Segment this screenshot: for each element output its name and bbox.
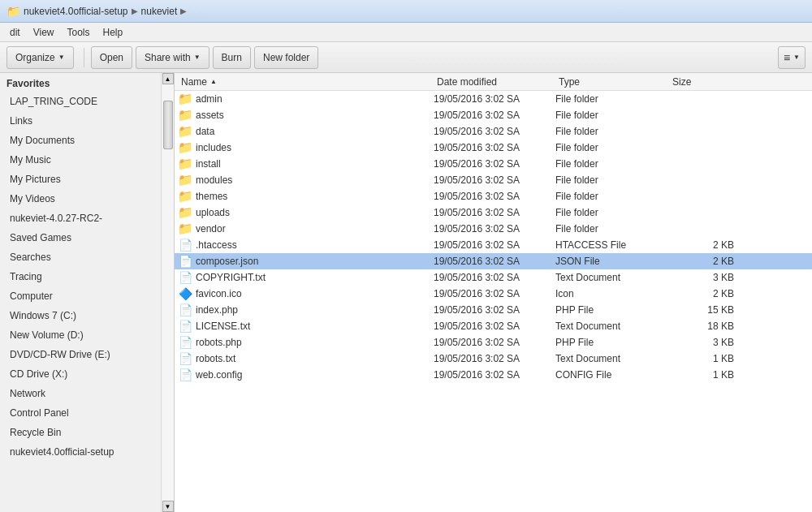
file-name: web.config [196, 369, 434, 381]
sidebar-item-nukeviet-setup[interactable]: nukeviet4.0official-setup [0, 442, 162, 462]
sidebar-scrollbar[interactable]: ▲ ▼ [161, 73, 174, 512]
sidebar-item-windows7[interactable]: Windows 7 (C:) [0, 306, 162, 325]
breadcrumb-part1[interactable]: nukeviet4.0official-setup [24, 6, 128, 17]
file-date: 19/05/2016 3:02 SA [434, 223, 555, 234]
sidebar-content: Favorites LAP_TRING_CODE Links My Docume… [0, 73, 162, 462]
file-date: 19/05/2016 3:02 SA [434, 110, 555, 121]
table-row[interactable]: 📁 uploads 19/05/2016 3:02 SA File folder [175, 204, 812, 221]
sidebar-item-saved-games[interactable]: Saved Games [0, 228, 162, 247]
file-type: File folder [555, 223, 669, 234]
file-date: 19/05/2016 3:02 SA [434, 93, 555, 105]
table-row[interactable]: 📄 web.config 19/05/2016 3:02 SA CONFIG F… [175, 367, 812, 383]
view-icon: ≡ [784, 51, 790, 64]
table-row[interactable]: 📄 LICENSE.txt 19/05/2016 3:02 SA Text Do… [175, 318, 812, 334]
file-icon-cell: 📄 [178, 368, 192, 382]
file-icon-cell: 📁 [178, 124, 192, 139]
folder-icon: 📁 [178, 173, 193, 187]
file-type: File folder [555, 191, 669, 202]
file-name: robots.txt [196, 353, 434, 364]
organize-label: Organize [15, 52, 55, 63]
breadcrumb-part2[interactable]: nukeviet [141, 6, 178, 17]
file-size: 2 KB [669, 239, 734, 251]
sidebar-item-lap-tring-code[interactable]: LAP_TRING_CODE [0, 92, 162, 111]
table-row[interactable]: 📄 robots.php 19/05/2016 3:02 SA PHP File… [175, 334, 812, 351]
table-row[interactable]: 📄 .htaccess 19/05/2016 3:02 SA HTACCESS … [175, 237, 812, 253]
file-icon: 📄 [179, 271, 192, 284]
file-date: 19/05/2016 3:02 SA [434, 158, 555, 170]
table-row[interactable]: 📄 COPYRIGHT.txt 19/05/2016 3:02 SA Text … [175, 269, 812, 286]
file-date: 19/05/2016 3:02 SA [434, 191, 555, 202]
table-row[interactable]: 🔷 favicon.ico 19/05/2016 3:02 SA Icon 2 … [175, 286, 812, 302]
col-header-type[interactable]: Type [555, 76, 669, 88]
open-button[interactable]: Open [91, 46, 132, 69]
table-row[interactable]: 📁 admin 19/05/2016 3:02 SA File folder [175, 91, 812, 107]
file-date: 19/05/2016 3:02 SA [434, 142, 555, 153]
sidebar-item-control-panel[interactable]: Control Panel [0, 403, 162, 423]
sidebar-item-network[interactable]: Network [0, 384, 162, 403]
sidebar-item-cd[interactable]: CD Drive (X:) [0, 364, 162, 384]
favicon-icon: 🔷 [179, 287, 192, 300]
sidebar-item-my-music[interactable]: My Music [0, 150, 162, 170]
file-name: uploads [196, 207, 434, 218]
file-name: modules [196, 174, 434, 186]
file-icon: 📄 [179, 320, 192, 333]
sidebar-item-nukeviet[interactable]: nukeviet-4.0.27-RC2- [0, 209, 162, 228]
view-toggle-button[interactable]: ≡ ▼ [778, 46, 806, 69]
file-name: assets [196, 110, 434, 121]
col-header-date[interactable]: Date modified [434, 76, 555, 88]
sidebar-item-tracing[interactable]: Tracing [0, 267, 162, 286]
table-row[interactable]: 📁 themes 19/05/2016 3:02 SA File folder [175, 188, 812, 204]
sidebar-item-recycle-bin[interactable]: Recycle Bin [0, 423, 162, 442]
file-type: File folder [555, 174, 669, 186]
sidebar-item-my-documents[interactable]: My Documents [0, 131, 162, 150]
table-row[interactable]: 📁 install 19/05/2016 3:02 SA File folder [175, 156, 812, 172]
file-icon-cell: 📄 [178, 238, 192, 252]
table-row[interactable]: 📄 index.php 19/05/2016 3:02 SA PHP File … [175, 302, 812, 318]
menu-help[interactable]: Help [97, 25, 130, 40]
sidebar-scroll-up[interactable]: ▲ [162, 73, 174, 84]
menu-edit[interactable]: dit [3, 25, 27, 40]
table-row[interactable]: 📁 data 19/05/2016 3:02 SA File folder [175, 123, 812, 140]
table-row[interactable]: 📁 assets 19/05/2016 3:02 SA File folder [175, 107, 812, 123]
new-folder-button[interactable]: New folder [254, 46, 318, 69]
file-list: 📁 admin 19/05/2016 3:02 SA File folder 📁… [175, 91, 812, 512]
sidebar-item-new-volume[interactable]: New Volume (D:) [0, 325, 162, 345]
table-row[interactable]: 📁 includes 19/05/2016 3:02 SA File folde… [175, 140, 812, 156]
view-dropdown-arrow: ▼ [793, 54, 800, 61]
sidebar-item-my-pictures[interactable]: My Pictures [0, 170, 162, 189]
menu-tools[interactable]: Tools [60, 25, 96, 40]
file-type: Text Document [555, 353, 669, 364]
file-name: COPYRIGHT.txt [196, 272, 434, 283]
file-icon-cell: 📄 [178, 303, 192, 317]
sidebar-item-computer[interactable]: Computer [0, 286, 162, 306]
file-icon-cell: 📁 [178, 189, 192, 204]
col-header-size[interactable]: Size [669, 76, 734, 88]
file-size: 1 KB [669, 353, 734, 364]
file-type: Text Document [555, 321, 669, 332]
sidebar-item-my-videos[interactable]: My Videos [0, 189, 162, 209]
organize-button[interactable]: Organize ▼ [6, 46, 74, 69]
table-row[interactable]: 📄 robots.txt 19/05/2016 3:02 SA Text Doc… [175, 351, 812, 367]
table-row[interactable]: 📁 modules 19/05/2016 3:02 SA File folder [175, 172, 812, 188]
file-type: File folder [555, 110, 669, 121]
burn-button[interactable]: Burn [213, 46, 251, 69]
file-date: 19/05/2016 3:02 SA [434, 353, 555, 364]
file-icon-cell: 📁 [178, 108, 192, 123]
sidebar-scroll-down[interactable]: ▼ [162, 501, 174, 512]
folder-icon: 📁 [178, 205, 193, 220]
folder-icon: 📁 [178, 92, 193, 106]
table-row[interactable]: 📄 composer.json 19/05/2016 3:02 SA JSON … [175, 253, 812, 269]
menu-view[interactable]: View [27, 25, 61, 40]
table-row[interactable]: 📁 vendor 19/05/2016 3:02 SA File folder [175, 221, 812, 237]
sidebar-scroll-thumb[interactable] [163, 101, 173, 149]
sidebar-item-searches[interactable]: Searches [0, 247, 162, 267]
file-icon-cell: 📁 [178, 157, 192, 171]
share-with-button[interactable]: Share with ▼ [136, 46, 209, 69]
file-name: includes [196, 142, 434, 153]
sidebar-item-dvd[interactable]: DVD/CD-RW Drive (E:) [0, 345, 162, 364]
open-label: Open [100, 52, 123, 63]
share-with-label: Share with [145, 52, 191, 63]
file-date: 19/05/2016 3:02 SA [434, 256, 555, 267]
sidebar-item-links[interactable]: Links [0, 111, 162, 131]
col-header-name[interactable]: Name ▲ [178, 76, 434, 88]
